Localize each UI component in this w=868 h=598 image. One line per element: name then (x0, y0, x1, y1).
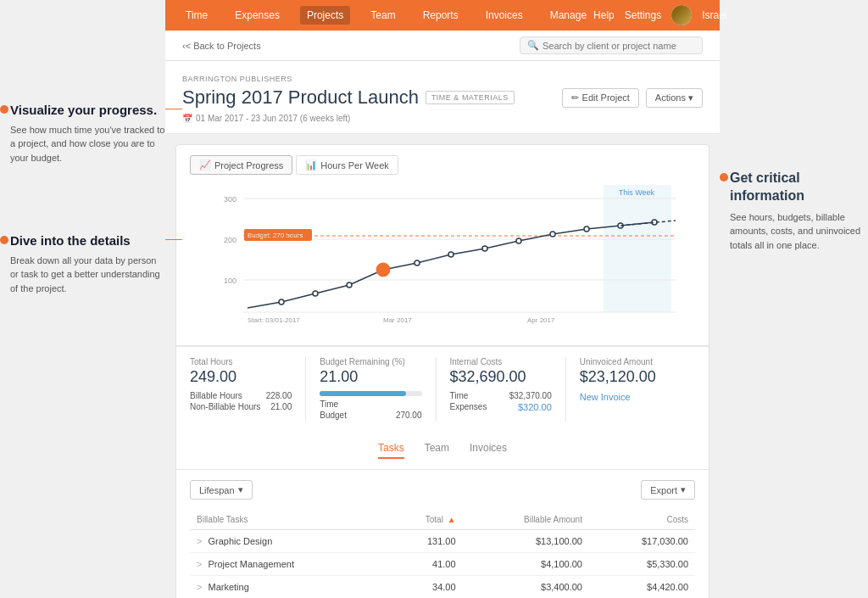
annotation-dot-1 (0, 105, 8, 114)
expand-icon[interactable]: > (197, 536, 204, 546)
main-content: Time Expenses Projects Team Reports Invo… (165, 0, 720, 598)
project-header: BARRINGTON PUBLISHERS Spring 2017 Produc… (165, 61, 720, 134)
project-title-text: Spring 2017 Product Launch (182, 87, 419, 109)
task-total[interactable]: 41.00 (385, 553, 462, 576)
task-name-cell: > Marketing (190, 576, 385, 599)
col-header-total[interactable]: Total ▲ (385, 510, 462, 530)
edit-project-button[interactable]: ✏ Edit Project (562, 88, 639, 108)
svg-text:300: 300 (224, 195, 236, 204)
nav-items-left: Time Expenses Projects Team Reports Invo… (179, 6, 593, 25)
nav-expenses[interactable]: Expenses (228, 6, 287, 25)
budget-total-label: Budget (320, 411, 347, 420)
sub-navigation: ‹ < Back to Projects 🔍 (165, 31, 720, 61)
chart-tab-hours-label: Hours Per Week (320, 160, 389, 170)
expand-icon[interactable]: > (197, 582, 204, 592)
costs-expenses-row: Expenses $320.00 (450, 402, 552, 412)
stat-uninvoiced: Uninvoiced Amount $23,120.00 New Invoice (580, 357, 695, 422)
chart-tab-progress[interactable]: 📈 Project Progress (190, 155, 292, 175)
back-to-projects-link[interactable]: ‹ < Back to Projects (182, 41, 261, 51)
edit-icon: ✏ (571, 92, 579, 103)
search-input[interactable] (542, 41, 695, 51)
task-name: Marketing (208, 582, 248, 592)
project-title-row: Spring 2017 Product Launch TIME & MATERI… (182, 87, 703, 109)
svg-rect-0 (604, 185, 671, 312)
chart-tab-hours[interactable]: 📊 Hours Per Week (296, 155, 398, 175)
expand-icon[interactable]: > (197, 559, 204, 569)
annotation-text-1: See how much time you've tracked to a pr… (10, 123, 165, 165)
search-icon: 🔍 (527, 40, 539, 51)
avatar[interactable] (671, 5, 692, 25)
date-range: 01 Mar 2017 - 23 Jun 2017 (6 weeks left) (196, 114, 350, 123)
table-header-row: Billable Tasks Total ▲ Billable Amount C… (190, 510, 695, 530)
costs-time-row: Time $32,370.00 (450, 391, 552, 400)
chart-icon: 📈 (199, 159, 211, 170)
svg-point-24 (584, 226, 589, 232)
nav-projects[interactable]: Projects (300, 6, 350, 25)
nav-items-right: Help Settings Israel (593, 5, 726, 25)
stat-internal-costs: Internal Costs $32,690.00 Time $32,370.0… (450, 357, 566, 422)
nav-manage[interactable]: Manage (543, 6, 593, 25)
col-header-tasks: Billable Tasks (190, 510, 385, 530)
task-total[interactable]: 34.00 (385, 576, 462, 599)
svg-text:Start: 03/01-2017: Start: 03/01-2017 (248, 316, 300, 324)
client-name: BARRINGTON PUBLISHERS (182, 75, 703, 83)
search-bar: 🔍 (520, 36, 703, 54)
lifespan-select[interactable]: Lifespan ▾ (190, 480, 253, 500)
task-billable: $3,400.00 (463, 576, 589, 599)
avatar-image (671, 5, 692, 25)
lifespan-label: Lifespan (199, 485, 235, 495)
nav-reports[interactable]: Reports (416, 6, 465, 25)
export-label: Export (650, 485, 677, 495)
annotation-visualize: Visualize your progress. See how much ti… (0, 102, 165, 165)
budget-time-label: Time (320, 400, 338, 409)
svg-point-23 (550, 232, 555, 237)
chart-tab-progress-label: Project Progress (214, 160, 283, 170)
svg-text:100: 100 (224, 277, 236, 285)
col-header-costs: Costs (589, 510, 695, 530)
project-type-badge: TIME & MATERIALS (426, 91, 515, 104)
stats-row: Total Hours 249.00 Billable Hours 228.00… (176, 346, 709, 432)
task-billable: $13,100.00 (463, 530, 589, 553)
tab-team[interactable]: Team (425, 442, 449, 459)
costs-expenses-label: Expenses (450, 402, 487, 412)
task-name: Graphic Design (208, 536, 272, 546)
annotation-title-1: Visualize your progress. (10, 102, 165, 119)
billable-hours-value: 228.00 (266, 391, 292, 400)
task-name-cell: > Graphic Design (190, 530, 385, 553)
stat-total-hours: Total Hours 249.00 Billable Hours 228.00… (190, 357, 306, 422)
section-tabs: Tasks Team Invoices (176, 432, 709, 470)
nav-invoices[interactable]: Invoices (479, 6, 530, 25)
uninvoiced-label: Uninvoiced Amount (580, 357, 682, 366)
annotation-details: Dive into the details Break down all you… (0, 232, 165, 295)
svg-point-15 (279, 299, 284, 305)
costs-time-value: $32,370.00 (509, 391, 552, 400)
actions-label: Actions (655, 92, 686, 103)
right-annotations: Get criticalinformation See hours, budge… (720, 0, 868, 598)
budget-remaining-value: 21.00 (320, 368, 421, 386)
table-row: > Project Management 41.00 $4,100.00 $5,… (190, 553, 695, 576)
expenses-link[interactable]: $320.00 (518, 402, 552, 412)
table-row: > Marketing 34.00 $3,400.00 $4,420.00 (190, 576, 695, 599)
chevron-down-icon-export: ▾ (681, 484, 686, 495)
task-costs: $5,330.00 (589, 553, 695, 576)
nav-team[interactable]: Team (364, 6, 402, 25)
annotation-line-2 (165, 239, 182, 240)
non-billable-hours-row: Non-Billable Hours 21.00 (190, 402, 292, 411)
new-invoice-link[interactable]: New Invoice (580, 392, 631, 402)
task-name-cell: > Project Management (190, 553, 385, 576)
tab-tasks[interactable]: Tasks (378, 442, 404, 459)
table-row: > Graphic Design 131.00 $13,100.00 $17,0… (190, 530, 695, 553)
billable-hours-label: Billable Hours (190, 391, 242, 400)
task-total[interactable]: 131.00 (385, 530, 462, 553)
nav-time[interactable]: Time (179, 6, 214, 25)
edit-label: Edit Project (582, 92, 630, 103)
tab-invoices[interactable]: Invoices (470, 442, 507, 459)
non-billable-hours-value: 21.00 (270, 402, 292, 411)
export-button[interactable]: Export ▾ (641, 480, 695, 500)
back-label: < Back to Projects (186, 41, 261, 51)
actions-button[interactable]: Actions ▾ (646, 88, 703, 108)
top-navigation: Time Expenses Projects Team Reports Invo… (165, 0, 720, 31)
budget-progress-bar (320, 391, 421, 396)
nav-help[interactable]: Help (593, 9, 615, 21)
nav-settings[interactable]: Settings (625, 9, 661, 21)
